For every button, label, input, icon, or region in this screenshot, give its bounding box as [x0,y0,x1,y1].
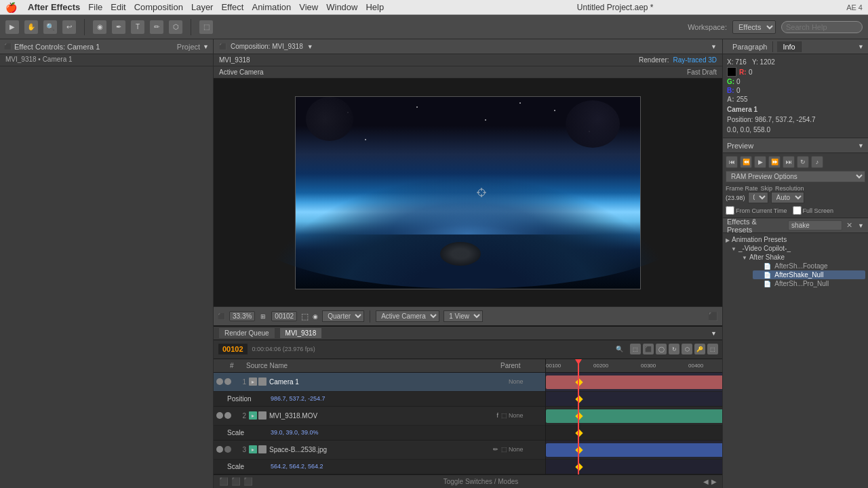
step-fwd-btn[interactable]: ⏩ [768,156,781,168]
layer-row-3[interactable]: 3 ▸ Space-B...2538.jpg ✏ ⬚ None [214,441,545,460]
toggle-switches-label[interactable]: Toggle Switches / Modes [258,478,703,485]
layer-1-vis[interactable] [216,378,223,385]
search-icon[interactable]: 🔍 [616,346,623,352]
track-row-1[interactable] [546,373,722,392]
tool-clone[interactable]: ⬡ [169,20,182,34]
layer-3-lock[interactable] [258,445,267,453]
quality-select[interactable]: Quarter [322,310,364,322]
after-shake-category[interactable]: ▼After Shake [742,253,865,261]
tool-text[interactable]: T [131,20,144,34]
timeline-timecode[interactable]: 00102 [218,343,248,355]
full-screen-checkbox[interactable] [793,206,802,215]
tab-info[interactable]: Info [777,41,801,52]
view-layout-select[interactable]: 1 View [443,310,483,322]
bottom-nav-1[interactable]: ◀ [703,478,709,485]
viewer-area[interactable] [214,79,722,306]
tab-paragraph[interactable]: Paragraph [727,41,773,52]
effects-menu-icon[interactable]: ▼ [858,222,864,229]
track-row-2[interactable] [546,407,722,426]
bottom-icon-1[interactable]: ⬛ [219,477,229,486]
tool-pen[interactable]: ✒ [112,20,125,34]
preview-menu-icon[interactable]: ▼ [858,142,864,149]
time-ruler[interactable]: 00100 00200 00300 00400 00500 00600 0070… [546,359,722,373]
tool-3d[interactable]: ⬚ [199,20,213,34]
comp-menu-icon[interactable]: ▼ [711,43,717,50]
go-to-end-btn[interactable]: ⏭ [783,156,795,168]
loop-btn[interactable]: ↻ [797,156,809,168]
skip-select[interactable]: 0 [748,192,768,203]
clear-search-btn[interactable]: ✕ [846,221,852,230]
go-to-start-btn[interactable]: ⏮ [726,156,738,168]
timeline-menu-icon[interactable]: ▼ [711,330,717,337]
apple-menu[interactable]: 🍎 [5,2,17,13]
bottom-icon-3[interactable]: ⬛ [243,477,253,486]
bottom-icon-2[interactable]: ⬛ [231,477,241,486]
menu-edit[interactable]: Edit [111,2,125,12]
menu-composition[interactable]: Composition [134,2,183,12]
layer-2-vis[interactable] [216,412,223,419]
search-help-input[interactable] [781,21,863,33]
layer-3-vis[interactable] [216,446,223,453]
menu-animation[interactable]: Animation [252,2,291,12]
alpha-icon[interactable]: ◉ [313,313,318,320]
tool-select[interactable]: ▶ [5,20,19,34]
from-current-time-checkbox[interactable] [726,206,734,215]
layer-1-lock[interactable] [258,378,267,386]
tl-icon-5[interactable]: ⬡ [682,344,692,354]
video-copilot-category[interactable]: ▼_-Video Copilot-_ [731,245,865,252]
comp-dropdown[interactable]: ▼ [307,43,313,50]
effects-item-3[interactable]: 📄 AfterSh...Pro_Null [753,280,865,287]
render-queue-tab[interactable]: Render Queue [219,328,275,338]
effects-item-1[interactable]: 📄 AfterSh...Footage [753,262,865,270]
renderer-value[interactable]: Ray-traced 3D [673,56,717,64]
region-icon[interactable]: ⬚ [301,312,309,321]
keyframe-1b[interactable] [575,395,583,403]
step-back-btn[interactable]: ⏪ [740,156,752,168]
ram-preview-select[interactable]: RAM Preview Options [726,171,865,182]
timecode-display[interactable]: 00102 [271,311,297,321]
tl-icon-1[interactable]: ⬚ [630,344,641,354]
effects-item-2[interactable]: 📄 AfterShake_Null [753,270,865,279]
track-bar-2[interactable] [546,409,722,423]
menu-effect[interactable]: Effect [221,2,243,12]
tl-icon-7[interactable]: ⬚ [707,344,718,354]
menu-layer[interactable]: Layer [191,2,214,12]
playhead[interactable] [578,359,579,474]
keyframe-2b[interactable] [575,429,583,436]
layer-2-audio[interactable] [224,412,231,419]
menu-window[interactable]: Window [326,2,357,12]
layer-row-2[interactable]: 2 ▸ MVI_9318.MOV f ⬚ None [214,407,545,426]
tl-icon-4[interactable]: ↻ [669,344,679,354]
tool-brush[interactable]: ✏ [150,20,163,34]
menu-help[interactable]: Help [366,2,384,12]
tracks-area[interactable]: 00100 00200 00300 00400 00500 00600 0070… [546,359,722,474]
comp-tab[interactable]: MVI_9318 [280,328,322,338]
layer-2-lock[interactable] [258,411,267,420]
bottom-nav-2[interactable]: ▶ [711,478,717,485]
zoom-level[interactable]: 33.3% [229,311,255,321]
tl-icon-2[interactable]: ⬛ [643,344,654,354]
layer-row-1[interactable]: 1 ▸ Camera 1 None [214,373,545,392]
camera-select[interactable]: Active Camera [376,310,439,322]
layer-1-audio[interactable] [224,378,231,385]
panel-menu-icon[interactable]: ▼ [203,43,209,50]
track-row-3[interactable] [546,441,722,460]
audio-btn[interactable]: ♪ [811,156,823,168]
effects-search-input[interactable] [788,220,842,230]
tool-undo[interactable]: ↩ [62,20,76,34]
keyframe-3b[interactable] [575,463,583,470]
track-bar-3[interactable] [546,443,722,457]
tool-hand[interactable]: ✋ [24,20,38,34]
track-bar-1[interactable] [546,375,722,389]
workspace-select[interactable]: Effects [732,20,776,34]
tl-icon-3[interactable]: ◯ [656,344,667,354]
viewer-expand-icon[interactable]: ⬛ [708,312,718,321]
panel-menu-right[interactable]: ▼ [858,43,864,50]
menu-file[interactable]: File [88,2,102,12]
tl-icon-6[interactable]: 🔑 [694,344,705,354]
tool-zoom[interactable]: 🔍 [43,20,57,34]
tool-shape[interactable]: ◉ [93,20,106,34]
resolution-select[interactable]: Auto [771,192,804,203]
viewer-image[interactable] [295,96,641,289]
project-button[interactable]: Project [177,43,200,51]
